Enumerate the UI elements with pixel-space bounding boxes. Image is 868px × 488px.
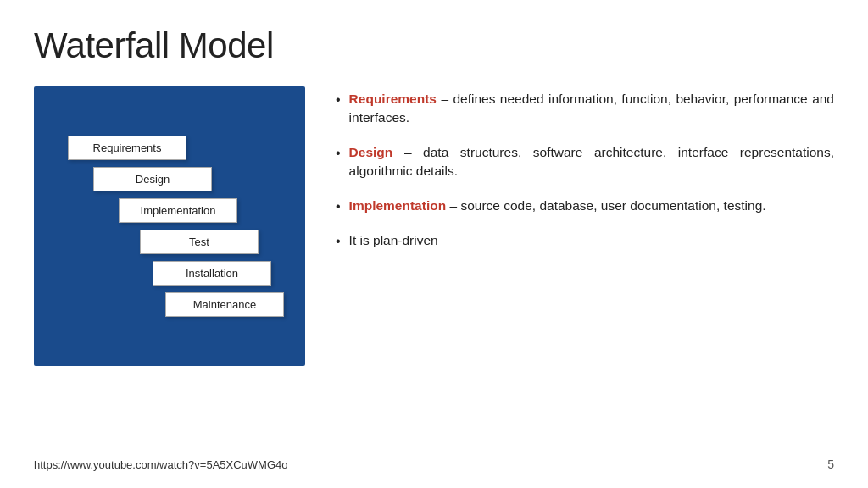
bullet-text-2-body: – data structures, software architecture… <box>349 145 834 178</box>
step-design: Design <box>93 167 212 191</box>
step-installation: Installation <box>153 261 271 286</box>
bullet-item-3: • Implementation – source code, database… <box>336 197 834 216</box>
bullet-text-1: Requirements – defines needed informatio… <box>349 90 834 128</box>
keyword-requirements: Requirements <box>349 92 437 106</box>
bullet-item-2: • Design – data structures, software arc… <box>336 143 834 181</box>
bullet-item-4: • It is plan-driven <box>336 231 834 251</box>
step-test: Test <box>140 230 259 254</box>
step-implementation: Implementation <box>119 198 237 223</box>
keyword-design: Design <box>349 145 393 159</box>
keyword-implementation: Implementation <box>349 198 447 213</box>
bullet-dot-2: • <box>336 144 341 163</box>
bullet-dot-4: • <box>336 232 341 251</box>
footer: https://www.youtube.com/watch?v=5A5XCuWM… <box>34 449 834 471</box>
slide-title: Waterfall Model <box>34 25 834 66</box>
waterfall-steps: Requirements Design Implementation Test … <box>51 136 288 317</box>
bullet-text-3: Implementation – source code, database, … <box>349 197 766 215</box>
slide: Waterfall Model Requirements Design Impl… <box>0 0 868 488</box>
footer-page: 5 <box>827 458 834 471</box>
bullet-dot-1: • <box>336 91 341 109</box>
step-maintenance: Maintenance <box>165 292 284 317</box>
bullet-text-3-body: – source code, database, user documentat… <box>446 198 765 213</box>
bullet-dot-3: • <box>336 197 341 216</box>
waterfall-diagram: Requirements Design Implementation Test … <box>34 86 305 366</box>
bullet-text-2: Design – data structures, software archi… <box>349 143 834 181</box>
slide-content: Requirements Design Implementation Test … <box>34 86 834 449</box>
bullet-text-4: It is plan-driven <box>349 231 438 250</box>
bullet-item-1: • Requirements – defines needed informat… <box>336 90 834 128</box>
bullet-list: • Requirements – defines needed informat… <box>336 86 834 449</box>
step-requirements: Requirements <box>68 136 186 160</box>
footer-url: https://www.youtube.com/watch?v=5A5XCuWM… <box>34 458 288 471</box>
